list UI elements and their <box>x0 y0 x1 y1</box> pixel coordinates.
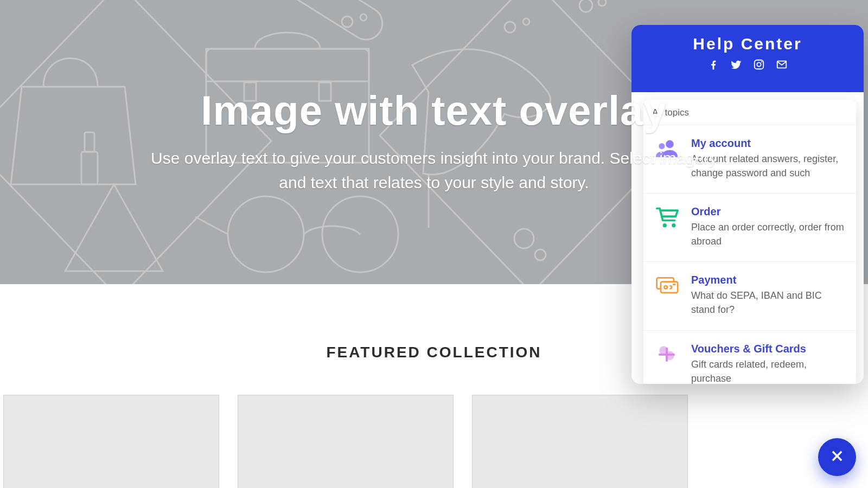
svg-point-27 <box>672 223 675 227</box>
mail-icon[interactable] <box>776 59 788 70</box>
svg-rect-2 <box>85 132 94 152</box>
topic-title: Order <box>691 206 845 218</box>
svg-point-21 <box>757 62 761 66</box>
svg-rect-31 <box>673 284 676 286</box>
svg-point-26 <box>663 223 667 227</box>
credit-card-icon <box>654 274 679 299</box>
topic-order[interactable]: Order Place an order correctly, order fr… <box>643 194 856 262</box>
topic-desc: Gift cards related, redeem, purchase <box>691 357 845 384</box>
instagram-icon[interactable] <box>753 59 765 70</box>
close-help-button[interactable] <box>818 438 856 476</box>
product-card[interactable] <box>238 395 454 488</box>
topic-payment[interactable]: Payment What do SEPA, IBAN and BIC stand… <box>643 262 856 330</box>
product-card[interactable] <box>472 395 688 488</box>
svg-rect-35 <box>659 354 674 356</box>
svg-point-19 <box>535 249 546 260</box>
svg-rect-29 <box>661 282 678 293</box>
gift-icon <box>654 343 679 368</box>
svg-point-18 <box>514 229 534 248</box>
topic-desc: Place an order correctly, order from abr… <box>691 220 845 248</box>
cart-icon <box>654 206 679 230</box>
svg-point-22 <box>761 61 762 62</box>
product-card[interactable] <box>3 395 219 488</box>
close-icon <box>829 448 845 466</box>
svg-point-9 <box>228 196 304 272</box>
topic-title: Payment <box>691 274 845 286</box>
product-row <box>0 395 868 488</box>
topic-desc: What do SEPA, IBAN and BIC stand for? <box>691 288 845 317</box>
topic-vouchers[interactable]: Vouchers & Gift Cards Gift cards related… <box>643 331 856 384</box>
hero-subtitle: Use overlay text to give your customers … <box>136 146 732 195</box>
hero-title: Image with text overlay <box>136 87 732 134</box>
svg-rect-1 <box>81 152 98 184</box>
topic-title: Vouchers & Gift Cards <box>691 343 845 355</box>
